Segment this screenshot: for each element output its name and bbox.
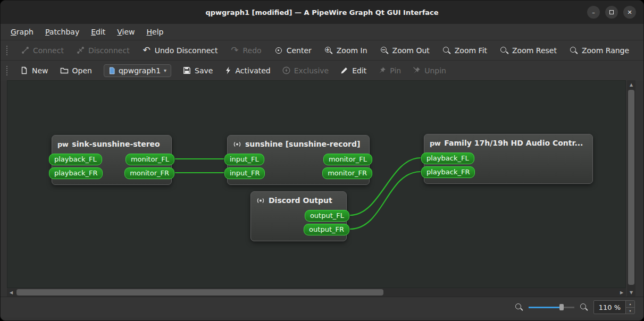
toolbar-grip[interactable] [6,45,9,56]
menu-patchbay[interactable]: Patchbay [39,26,85,38]
port-playback-fl[interactable]: playback_FL [49,154,102,165]
maximize-button[interactable] [605,6,618,19]
zoom-slider-fill [529,307,562,308]
port-input-fr[interactable]: input_FR [224,167,265,179]
open-button[interactable]: Open [60,66,92,75]
audio-app-icon [256,197,265,205]
canvas-area: pw sink-sunshine-stereo playback_FL moni… [7,80,635,297]
unpin-button[interactable]: Unpin [413,66,446,75]
graph-toolbar: Connect Disconnect ↶ Undo Disconnect ↷ R… [1,40,643,60]
exclusive-toggle[interactable]: Exclusive [282,66,329,75]
titlebar[interactable]: qpwgraph1 [modified] — A PipeWire Graph … [1,1,643,24]
pin-button[interactable]: Pin [378,66,401,75]
zoom-range-label: Zoom Range [582,46,629,55]
vertical-scrollbar-thumb[interactable] [628,90,634,285]
patchbay-file-icon [108,67,115,74]
qpwgraph-window: qpwgraph1 [modified] — A PipeWire Graph … [0,0,644,321]
graph-canvas[interactable]: pw sink-sunshine-stereo playback_FL moni… [7,80,626,288]
port-monitor-fl[interactable]: monitor_FL [323,154,372,165]
edit-toggle[interactable]: Edit [340,66,366,75]
edit-label: Edit [352,66,366,75]
activated-label: Activated [235,66,270,75]
scroll-down-arrow[interactable]: ▼ [627,288,635,297]
center-button[interactable]: Center [274,46,312,55]
unpin-label: Unpin [424,66,446,75]
port-playback-fr[interactable]: playback_FR [421,166,475,178]
zoom-out-indicator-icon[interactable] [515,303,523,311]
scroll-up-arrow[interactable]: ▲ [627,80,635,89]
horizontal-scrollbar-thumb[interactable] [16,289,383,295]
zoom-slider[interactable] [529,303,574,311]
node-family-hd-audio[interactable]: pw Family 17h/19h HD Audio Contr... play… [424,134,593,184]
node-discord-output[interactable]: Discord Output output_FL output_FR [250,191,347,241]
zoom-in-label: Zoom In [337,46,367,55]
exclusive-icon [282,66,290,74]
zoom-range-button[interactable]: Zoom Range [570,46,629,55]
save-button[interactable]: Save [183,66,213,75]
statusbar: 110 % ▴ ▾ [1,297,643,317]
unpin-icon [413,66,421,74]
node-sunshine-record[interactable]: sunshine [sunshine-record] input_FL moni… [227,135,370,185]
menu-view[interactable]: View [111,26,140,38]
zoom-fit-button[interactable]: Zoom Fit [442,46,487,55]
node-title: sunshine [sunshine-record] [245,140,360,148]
spin-down-button[interactable]: ▾ [626,308,634,314]
disconnect-label: Disconnect [88,46,130,55]
port-monitor-fr[interactable]: monitor_FR [124,167,174,179]
close-button[interactable]: ✕ [623,6,636,19]
zoom-value[interactable]: 110 % [594,301,625,314]
port-output-fr[interactable]: output_FR [304,224,349,235]
new-button[interactable]: New [20,66,48,75]
spin-up-button[interactable]: ▴ [626,301,634,308]
save-icon [183,66,191,74]
new-label: New [32,66,48,75]
port-input-fl[interactable]: input_FL [224,154,264,165]
horizontal-scrollbar[interactable]: ◀ ▶ [7,288,626,297]
vertical-scrollbar[interactable]: ▲ ▼ [627,80,635,297]
redo-button[interactable]: ↷ Redo [230,46,261,55]
menu-graph[interactable]: Graph [5,26,39,38]
zoom-spinbox[interactable]: 110 % ▴ ▾ [593,300,635,314]
screen: qpwgraph1 [modified] — A PipeWire Graph … [0,0,644,321]
exclusive-label: Exclusive [294,66,329,75]
save-label: Save [195,66,213,75]
scroll-left-arrow[interactable]: ◀ [7,288,15,297]
port-playback-fr[interactable]: playback_FR [49,167,103,179]
zoom-slider-handle[interactable] [559,304,564,310]
port-monitor-fl[interactable]: monitor_FL [126,154,174,165]
undo-icon: ↶ [143,46,151,54]
zoom-in-indicator-icon[interactable] [580,303,588,311]
open-label: Open [72,66,92,75]
port-monitor-fr[interactable]: monitor_FR [322,167,372,179]
minimize-icon: – [592,10,595,15]
port-playback-fl[interactable]: playback_FL [421,153,474,164]
zoom-reset-icon [500,46,508,55]
patchbay-combobox[interactable]: qpwgraph1 ▾ [104,64,171,77]
pipewire-icon: pw [57,140,68,148]
zoom-reset-button[interactable]: Zoom Reset [500,46,557,55]
zoom-in-button[interactable]: + Zoom In [324,46,367,55]
zoom-out-button[interactable]: − Zoom Out [380,46,430,55]
disconnect-icon [77,46,85,54]
scroll-right-arrow[interactable]: ▶ [617,288,626,297]
node-sink-sunshine-stereo[interactable]: pw sink-sunshine-stereo playback_FL moni… [52,135,172,185]
toolbar-grip[interactable] [6,65,9,76]
pencil-icon [340,66,348,74]
redo-label: Redo [242,46,261,55]
menu-edit[interactable]: Edit [85,26,111,38]
open-folder-icon [60,66,69,74]
menu-help[interactable]: Help [141,26,170,38]
activated-toggle[interactable]: Activated [224,66,270,75]
zoom-out-label: Zoom Out [392,46,430,55]
zoom-out-icon: − [380,46,389,55]
zoom-reset-label: Zoom Reset [512,46,557,55]
zoom-range-icon [570,46,578,55]
minimize-button[interactable]: – [587,6,600,19]
node-title: sink-sunshine-stereo [72,140,160,148]
center-label: Center [287,46,312,55]
disconnect-button[interactable]: Disconnect [77,46,130,55]
undo-disconnect-button[interactable]: ↶ Undo Disconnect [143,46,218,55]
connect-button[interactable]: Connect [21,46,64,55]
port-output-fl[interactable]: output_FL [305,210,349,222]
center-icon [274,46,283,55]
